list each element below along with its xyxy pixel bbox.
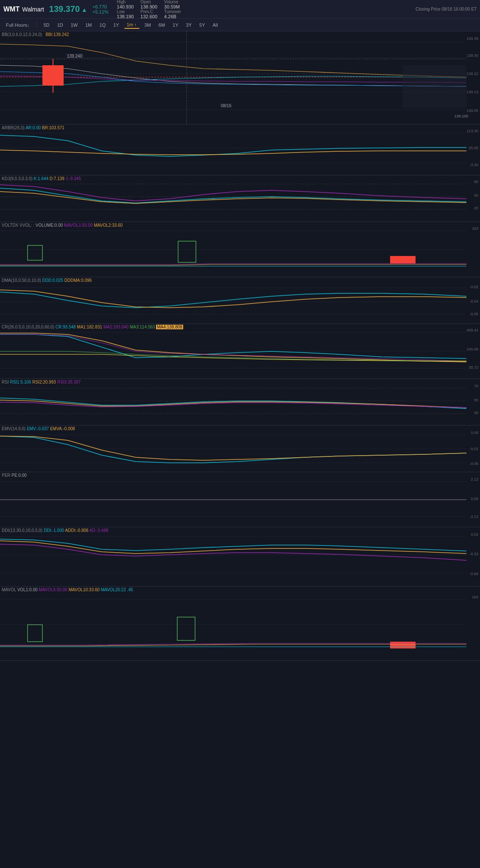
closing-text: Closing Price 08/16 16:00:00 ET — [416, 7, 477, 11]
period-5d[interactable]: 5D — [41, 22, 52, 28]
ticker-symbol: WMT — [3, 6, 20, 13]
svg-rect-20 — [28, 245, 42, 260]
y-label-13913: 139.13 — [466, 90, 478, 94]
arbr-y3: -3.30 — [469, 163, 478, 167]
bottom-price-label: 139.100 — [454, 114, 468, 118]
voltdx-label: VOLTDX VVOL: : VOLUME:0.00 MAVOL1:50.00 … — [2, 223, 123, 228]
emv-chart — [0, 426, 480, 472]
cr-panel: CR(26,0.5,0,10,0,20,0,60,0) CR:93.548 MA… — [0, 324, 480, 379]
dma-label: DMA(10,0.50,0,10,0) DDD:0.025 DDDMA:0.09… — [2, 278, 92, 283]
prevc-value: 132.600 — [140, 14, 157, 19]
svg-rect-45 — [177, 617, 195, 640]
company-name: Walmart — [22, 6, 44, 13]
period-1m[interactable]: 1M — [83, 22, 94, 28]
prevc-label: Prev.C — [140, 9, 157, 14]
ddi-label: DDI(13,30,0,10,0,5,0) DDI:-1.000 ADDI:-0… — [2, 528, 108, 533]
y-label-13930: 139.30 — [466, 53, 478, 58]
cr-y3: 30.72 — [469, 365, 478, 370]
svg-rect-44 — [28, 625, 42, 642]
kdj-y1: 80 — [474, 180, 478, 184]
bband-chart — [0, 31, 480, 125]
y-label-13939: 139.39 — [466, 36, 478, 41]
rsi-y3: 30 — [474, 411, 478, 415]
turnover-label: Turnover — [164, 9, 181, 14]
kdj-label: KDJ(9,0.3,0.3,0) K:1.644 D:7.139 J:-9.34… — [2, 176, 81, 181]
mavol-label: MAVOL VOL1:0.00 MAVOL5:50.00 MAVOL10:33.… — [2, 587, 133, 592]
kdj-panel: KDJ(9,0.3,0.3,0) K:1.644 D:7.139 J:-9.34… — [0, 175, 480, 222]
full-hours-btn[interactable]: Full Hours↓ — [3, 22, 32, 28]
y-label-13905: 139.05 — [466, 108, 478, 113]
cr-y1: 459.41 — [466, 328, 478, 332]
voltdx-panel: VOLTDX VVOL: : VOLUME:0.00 MAVOL1:50.00 … — [0, 222, 480, 277]
price-change: +6.770 +5.11% — [92, 4, 109, 14]
high-label: High — [117, 0, 134, 4]
period-1q[interactable]: 1Q — [97, 22, 109, 28]
closing-info: Closing Price 08/16 16:00:00 ET — [416, 7, 477, 11]
chart-container: BB(3,0.6,0.12,0.24,0) BBI:139.242 139.39… — [0, 31, 480, 661]
period-1min[interactable]: 1m ↑ — [124, 21, 140, 29]
separator — [36, 22, 37, 28]
period-6m[interactable]: 6M — [156, 22, 167, 28]
cr-y2: 245.06 — [466, 347, 478, 351]
bband-panel: BB(3,0.6,0.12,0.24,0) BBI:139.242 139.39… — [0, 31, 480, 125]
bband-label: BB(3,0.6,0.12,0.24,0) BBI:139.242 — [2, 32, 69, 37]
high-low-group: High 140.930 Low 138.190 — [117, 0, 134, 19]
per-label: PER PE:0.00 — [2, 473, 27, 478]
voltdx-chart — [0, 222, 480, 277]
rsi-y2: 50 — [474, 398, 478, 402]
per-y3: -2.12 — [469, 515, 478, 519]
ddi-y1: 0.02 — [471, 532, 478, 537]
per-chart — [0, 472, 480, 527]
stock-header: WMT Walmart 139.370 ▲ +6.770 +5.11% High… — [0, 0, 480, 19]
dma-y1: -0.02 — [469, 285, 478, 289]
arbr-label: ARBR(26,0) AR:0.00 BR:103.571 — [2, 125, 64, 130]
cr-chart — [0, 324, 480, 379]
volume-value: 30.59M — [164, 4, 181, 9]
kdj-y3: 20 — [474, 206, 478, 210]
dma-y2: -0.04 — [469, 299, 478, 303]
low-label: Low — [117, 9, 134, 14]
candle-red — [42, 65, 64, 86]
period-1d[interactable]: 1D — [55, 22, 66, 28]
period-1w[interactable]: 1W — [68, 22, 81, 28]
rsi-label: RSI RSI1:5.106 RSI2:20.993 RSI3:35.387 — [2, 380, 81, 384]
mavol-chart — [0, 587, 480, 661]
mavol-panel: MAVOL VOL1:0.00 MAVOL5:50.00 MAVOL10:33.… — [0, 587, 480, 661]
emv-y3: -0.05 — [469, 462, 478, 466]
per-panel: PER PE:0.00 2.12 0.00 -2.12 — [0, 472, 480, 527]
emv-panel: EMV(14,9,0) EMV:-0.037 EMVA:-0.008 0.00 … — [0, 426, 480, 472]
rsi-panel: RSI RSI1:5.106 RSI2:20.993 RSI3:35.387 7… — [0, 379, 480, 426]
arbr-y1: 113.30 — [466, 129, 478, 133]
period-3m[interactable]: 3M — [142, 22, 153, 28]
rsi-chart — [0, 379, 480, 426]
period-all[interactable]: All — [210, 22, 220, 28]
svg-rect-21 — [178, 241, 196, 262]
period-1y-short[interactable]: 1Y — [111, 22, 121, 28]
mavol-y1: 163 — [472, 595, 478, 599]
svg-rect-46 — [390, 642, 416, 648]
price-arrow: ▲ — [81, 6, 87, 13]
crosshair-price: 139.240 — [66, 53, 84, 59]
svg-rect-8 — [403, 65, 466, 108]
rsi-y1: 70 — [474, 384, 478, 388]
period-3y[interactable]: 3Y — [184, 22, 194, 28]
svg-rect-22 — [390, 256, 416, 264]
volume-label: Volume — [164, 0, 181, 4]
emv-label: EMV(14,9,0) EMV:-0.037 EMVA:-0.008 — [2, 426, 75, 431]
time-toolbar: Full Hours↓ 5D 1D 1W 1M 1Q 1Y 1m ↑ 3M 6M… — [0, 19, 480, 31]
price-change-pct: +5.11% — [92, 9, 109, 14]
ddi-chart — [0, 527, 480, 587]
open-value: 138.900 — [140, 4, 157, 9]
arbr-y2: 55.00 — [469, 146, 478, 150]
ddi-y3: -0.69 — [469, 572, 478, 576]
date-label: 08/16 — [221, 103, 232, 108]
period-1y[interactable]: 1Y — [170, 22, 181, 28]
high-value: 140.930 — [117, 4, 134, 9]
voltdx-y1: 163 — [472, 226, 478, 231]
dma-chart — [0, 277, 480, 324]
open-prevc-group: Open 138.900 Prev.C 132.600 — [140, 0, 157, 19]
price-stats: High 140.930 Low 138.190 Open 138.900 Pr… — [117, 0, 181, 19]
period-5y[interactable]: 5Y — [197, 22, 207, 28]
emv-y2: -0.02 — [469, 447, 478, 451]
open-label: Open — [140, 0, 157, 4]
